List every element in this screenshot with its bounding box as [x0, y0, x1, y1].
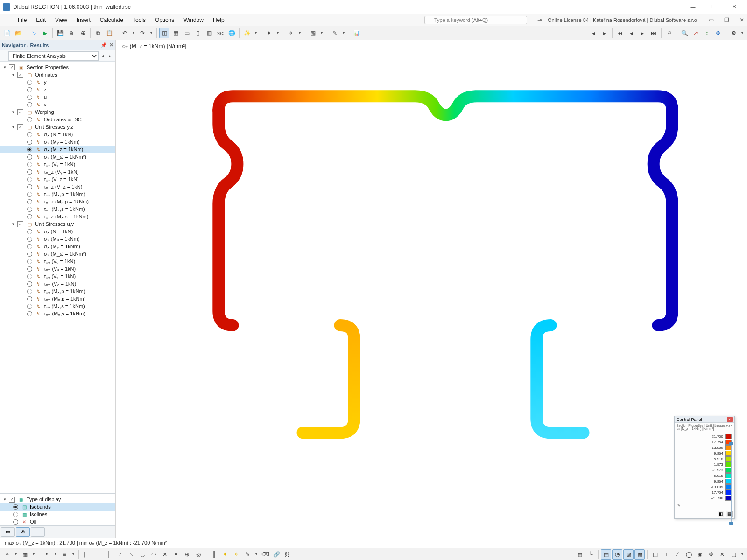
doc-close-icon[interactable]: ✕: [740, 17, 744, 23]
radio[interactable]: [27, 207, 32, 212]
sb8-icon[interactable]: ✕: [160, 549, 170, 560]
tree-radio-item[interactable]: ↯σₓ (M_ω = 1kNm²): [0, 153, 115, 161]
redo-icon[interactable]: ↷: [137, 28, 148, 38]
rb8-icon[interactable]: ⟂: [661, 549, 671, 560]
radio[interactable]: [27, 162, 32, 167]
tree-radio-item[interactable]: ↯σₓ (M_ω = 1kNm²): [0, 250, 115, 258]
checkbox[interactable]: [17, 124, 23, 130]
undo-dropdown-icon[interactable]: ▾: [131, 31, 136, 35]
radio[interactable]: [13, 504, 18, 510]
undo-icon[interactable]: ↶: [120, 28, 130, 38]
node-section-properties[interactable]: ▾ ▣ Section Properties: [0, 63, 115, 71]
sb10-icon[interactable]: ⊕: [182, 549, 192, 560]
tree-radio-item[interactable]: ↯τₓᵤ (Mₓ,s = 1kNm): [0, 302, 115, 310]
display-option[interactable]: ▨Isobands: [0, 503, 115, 511]
radio[interactable]: [27, 192, 32, 197]
tree-radio-item[interactable]: ↯Ordinates ω_SC: [0, 116, 115, 123]
nav-prev-icon[interactable]: ◂: [588, 28, 599, 38]
rb7-icon[interactable]: ◫: [650, 549, 660, 560]
align-icon[interactable]: ≡: [59, 549, 70, 560]
rb6-icon[interactable]: ▩: [634, 549, 645, 560]
viewport[interactable]: σₓ (M_z = 1kNm) [N/mm²]: [116, 40, 747, 538]
expand-icon[interactable]: ▾: [10, 125, 16, 129]
radio[interactable]: [27, 177, 32, 182]
checkbox[interactable]: [17, 221, 23, 227]
pt-icon[interactable]: •: [42, 549, 52, 560]
radio[interactable]: [13, 519, 18, 525]
gear-dropdown[interactable]: ▾: [740, 31, 745, 35]
grid-icon[interactable]: ▦: [20, 549, 30, 560]
radio[interactable]: [27, 117, 32, 122]
search-go-icon[interactable]: ⇥: [537, 17, 542, 23]
sb3-icon[interactable]: ⎮: [104, 549, 114, 560]
nav-fwd-icon[interactable]: ▸: [637, 28, 648, 38]
sb2-icon[interactable]: ⎹: [92, 549, 103, 560]
menu-options[interactable]: Options: [150, 15, 179, 25]
expand-icon[interactable]: ▾: [10, 222, 16, 226]
grid-dropdown[interactable]: ▾: [31, 552, 36, 556]
menu-view[interactable]: View: [50, 15, 72, 25]
chart-icon[interactable]: 📊: [352, 28, 362, 38]
sb4-icon[interactable]: ⟋: [115, 549, 125, 560]
menu-tools[interactable]: Tools: [128, 15, 150, 25]
menu-file[interactable]: File: [13, 15, 31, 25]
sb6-icon[interactable]: ◡: [137, 549, 148, 560]
checkbox[interactable]: [9, 64, 15, 70]
tree-radio-item[interactable]: ↯τₓ_z (V_z = 1kN): [0, 183, 115, 190]
nav-back-icon[interactable]: ◂: [626, 28, 636, 38]
tree-radio-item[interactable]: ↯z: [0, 86, 115, 93]
checkbox[interactable]: [17, 72, 23, 78]
new-icon[interactable]: 📄: [2, 28, 12, 38]
close-button[interactable]: ✕: [724, 0, 744, 14]
align-dropdown[interactable]: ▾: [70, 552, 76, 556]
rb10-icon[interactable]: ◯: [684, 549, 694, 560]
rb14-dropdown[interactable]: ▾: [740, 552, 745, 556]
tree-radio-item[interactable]: ↯τₓᵧ (Vᵧ = 1kN): [0, 161, 115, 168]
tree-radio-item[interactable]: ↯τₓ_z (Mₓ,s = 1kNm): [0, 213, 115, 220]
tree-radio-item[interactable]: ↯τₓᵧ (Mₓ,s = 1kNm): [0, 205, 115, 213]
tree-radio-item[interactable]: ↯τₓᵧ (Mₓ,p = 1kNm): [0, 190, 115, 198]
magnify-icon[interactable]: 🔍: [679, 28, 690, 38]
wand1-icon[interactable]: ✨: [242, 28, 252, 38]
tree-radio-item[interactable]: ↯τₓᵤ (Mₓ,p = 1kNm): [0, 287, 115, 295]
radio[interactable]: [27, 244, 32, 249]
menu-calculate[interactable]: Calculate: [95, 15, 128, 25]
keyword-search-input[interactable]: [424, 16, 527, 24]
print-icon[interactable]: 🖨: [78, 28, 88, 38]
radio[interactable]: [27, 311, 32, 316]
snap-icon[interactable]: ⌖: [2, 549, 12, 560]
navigator-tree[interactable]: ▾ ▣ Section Properties ▾ ▢ Ordinates ↯y↯…: [0, 62, 115, 493]
tree-radio-item[interactable]: ↯v: [0, 101, 115, 108]
sb15-icon[interactable]: ✎: [242, 549, 253, 560]
radio[interactable]: [27, 199, 32, 204]
wand2-dropdown[interactable]: ▾: [275, 31, 281, 35]
paste-icon[interactable]: 📋: [104, 28, 114, 38]
scale-slider[interactable]: [730, 444, 733, 523]
tree-radio-item[interactable]: ↯σₓ (Mᵥ = 1kNm): [0, 243, 115, 250]
rb13-icon[interactable]: ✕: [717, 549, 727, 560]
radio[interactable]: [27, 266, 32, 272]
sb7-icon[interactable]: ◠: [148, 549, 159, 560]
rb4-icon[interactable]: ◔: [612, 549, 622, 560]
doc-maximize-icon[interactable]: ❐: [724, 17, 729, 23]
tree-radio-item[interactable]: ↯τₓᵥ (Mₓ,s = 1kNm): [0, 310, 115, 317]
view2-icon[interactable]: ▦: [170, 28, 181, 38]
wand3-icon[interactable]: ✧: [286, 28, 296, 38]
analysis-select[interactable]: Finite Element Analysis: [8, 51, 99, 61]
radio[interactable]: [27, 132, 32, 137]
control-panel[interactable]: Control Panel × Section Properties | Uni…: [674, 416, 735, 519]
combo-next-icon[interactable]: ▸: [106, 53, 113, 58]
navigator-close-icon[interactable]: ✕: [109, 42, 113, 48]
tree-radio-item[interactable]: ↯τₓᵥ (Vᵥ = 1kN): [0, 280, 115, 287]
rb1-icon[interactable]: ▦: [574, 549, 585, 560]
radio[interactable]: [27, 169, 32, 175]
radio[interactable]: [27, 237, 32, 242]
display-option[interactable]: ▨Isolines: [0, 511, 115, 518]
run-all-icon[interactable]: ▶: [40, 28, 50, 38]
node-unit-stresses-yz[interactable]: ▾ ▢ Unit Stresses y,z: [0, 123, 115, 131]
sb11-icon[interactable]: ◎: [193, 549, 204, 560]
copy-icon[interactable]: ⧉: [93, 28, 103, 38]
open-icon[interactable]: 📂: [13, 28, 23, 38]
sb1-icon[interactable]: ⎸: [81, 549, 92, 560]
radio[interactable]: [27, 102, 32, 107]
